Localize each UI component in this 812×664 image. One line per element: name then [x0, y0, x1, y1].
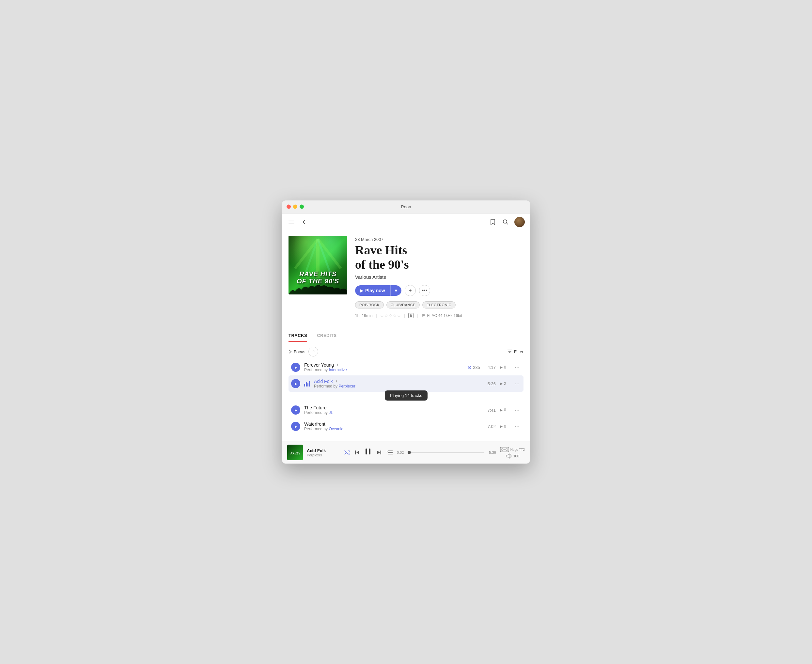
pause-button[interactable] [365, 448, 371, 457]
progress-bar-container: 0:02 5:36 [397, 451, 496, 454]
traffic-lights [287, 205, 304, 209]
filter-button[interactable]: Filter [508, 349, 523, 354]
track-info-3: The Future Performed by JL [304, 405, 480, 415]
album-art: RAVE HITS OF THE 90'S [289, 236, 347, 295]
track-more-button[interactable]: ··· [513, 364, 521, 371]
play-now-button[interactable]: ▶ Play now [355, 285, 390, 296]
pause-icon [365, 448, 371, 455]
tab-credits[interactable]: CREDITS [317, 330, 337, 342]
track-name: Forever Young ✦ [304, 362, 464, 368]
next-button[interactable] [376, 450, 382, 455]
track-name-4: Waterfront [304, 422, 480, 427]
svg-rect-2 [289, 224, 294, 224]
album-header: RAVE HITS OF THE 90'S 23 March 2007 Rave… [289, 231, 523, 324]
track-row-3: ▶ The Future Performed by JL 7:41 ▶ 0 ··… [289, 402, 523, 418]
track-more-button-4[interactable]: ··· [513, 423, 521, 430]
track-play-button-3[interactable]: ▶ [291, 405, 300, 415]
volume-level: 100 [513, 454, 519, 458]
device-icon [500, 446, 509, 453]
album-artist: Various Artists [355, 274, 523, 280]
track-info: Forever Young ✦ Performed by Interactive [304, 362, 464, 372]
toolbar [282, 213, 530, 231]
player-artist: Perplexer [307, 453, 339, 457]
genre-clubdance[interactable]: CLUB/DANCE [387, 301, 420, 309]
bookmark-button[interactable] [489, 217, 497, 226]
volume-button[interactable] [505, 453, 512, 459]
svg-rect-15 [365, 449, 367, 454]
separator-2: | [404, 313, 405, 318]
track-play-button-4[interactable]: ▶ [291, 422, 300, 431]
heart-button[interactable]: ♡ [309, 347, 318, 356]
back-button[interactable] [301, 218, 307, 226]
svg-rect-14 [355, 451, 356, 454]
track-queue-active: ▶ 2 [500, 381, 510, 386]
track-row-4: ▶ Waterfront Performed by Oceanic 7:02 ▶… [289, 418, 523, 435]
loading-bar-3 [307, 383, 309, 387]
track-artist: Performed by Interactive [304, 368, 464, 372]
add-button[interactable]: + [405, 285, 416, 296]
star-2[interactable]: ☆ [385, 313, 388, 318]
svg-point-21 [506, 449, 508, 451]
svg-point-10 [423, 314, 425, 316]
progress-bar[interactable] [409, 452, 484, 453]
loading-bar-4 [309, 381, 310, 387]
star-3[interactable]: ☆ [389, 313, 392, 318]
separator-3: | [417, 313, 418, 318]
search-button[interactable] [501, 218, 510, 226]
play-icon: ▶ [295, 366, 297, 369]
genre-electronic[interactable]: ELECTRONIC [422, 301, 456, 309]
star-1[interactable]: ☆ [380, 313, 384, 318]
focus-button[interactable]: Focus [289, 349, 305, 354]
track-name-active: Acid Folk ✦ [314, 379, 480, 384]
more-options-button[interactable]: ••• [419, 285, 430, 296]
album-art-bg: RAVE HITS OF THE 90'S [289, 236, 347, 295]
track-duration: 4:17 [484, 365, 496, 370]
track-plays: ⊙ 285 [468, 365, 480, 370]
skip-back-icon [355, 450, 360, 455]
minimize-button[interactable] [293, 205, 297, 209]
toolbar-right [489, 217, 525, 227]
track-play-button-active[interactable]: ▶ [291, 379, 300, 388]
play-icon-4: ▶ [295, 425, 297, 428]
play-now-label: Play now [365, 288, 385, 293]
genre-poprock[interactable]: POP/ROCK [355, 301, 384, 309]
total-time: 5:36 [487, 451, 496, 454]
loading-bar-2 [306, 382, 307, 387]
shuffle-button[interactable] [344, 450, 349, 455]
svg-point-9 [422, 314, 423, 316]
track-row-active: ▶ Acid Folk ✦ Performed by Perplexer [289, 376, 523, 392]
queue-arrow-4: ▶ [500, 424, 503, 429]
track-play-button[interactable]: ▶ [291, 363, 300, 372]
track-more-button-3[interactable]: ··· [513, 407, 521, 413]
ellipsis-icon: ••• [422, 288, 427, 293]
flac-info: FLAC 44.1kHz 16bit [421, 313, 462, 318]
tabs: TRACKS CREDITS [289, 330, 523, 342]
tab-tracks[interactable]: TRACKS [289, 330, 307, 342]
user-avatar[interactable] [514, 217, 525, 227]
queue-button[interactable] [387, 450, 393, 455]
svg-point-20 [501, 449, 503, 451]
filter-label: Filter [514, 349, 523, 354]
close-button[interactable] [287, 205, 291, 209]
track-artist-active: Performed by Perplexer [314, 384, 480, 389]
album-date: 23 March 2007 [355, 237, 523, 242]
star-4[interactable]: ☆ [393, 313, 396, 318]
track-more-button-2[interactable]: ··· [513, 380, 521, 387]
play-dropdown-button[interactable]: ▼ [390, 285, 401, 296]
shuffle-icon [344, 450, 349, 455]
spark-icon: ✦ [336, 363, 339, 367]
maximize-button[interactable] [300, 205, 304, 209]
menu-button[interactable] [287, 218, 296, 226]
spark-icon-2: ✦ [335, 379, 338, 384]
album-info: 23 March 2007 Rave Hitsof the 90's Vario… [355, 236, 523, 318]
player-controls [343, 448, 393, 457]
plus-icon: + [409, 288, 412, 293]
svg-line-8 [318, 239, 341, 269]
prev-button[interactable] [355, 450, 360, 455]
rating-stars[interactable]: ☆ ☆ ☆ ☆ ☆ [380, 313, 401, 318]
svg-rect-0 [289, 220, 294, 220]
star-5[interactable]: ☆ [397, 313, 401, 318]
svg-marker-18 [387, 451, 388, 452]
track-info-active: Acid Folk ✦ Performed by Perplexer [314, 379, 480, 389]
svg-rect-16 [369, 449, 370, 454]
